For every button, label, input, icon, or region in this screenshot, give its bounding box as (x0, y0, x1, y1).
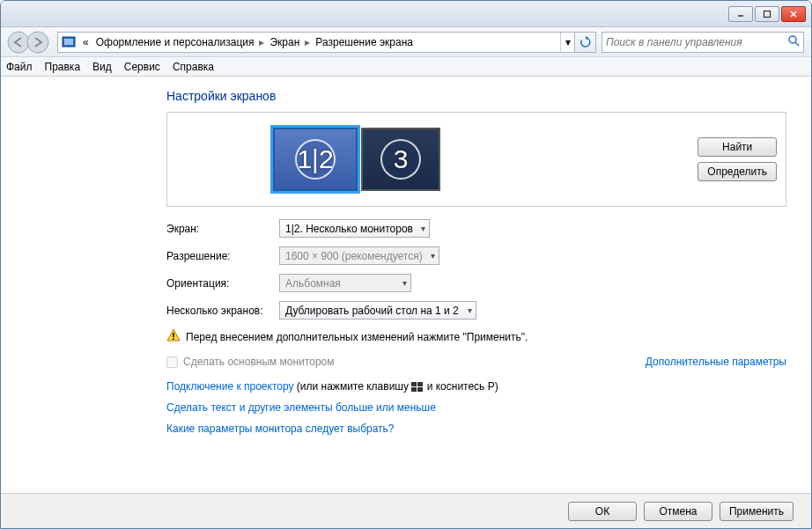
minimize-button[interactable] (728, 6, 753, 22)
monitor-label: 1|2 (297, 144, 333, 174)
control-panel-icon (62, 35, 76, 49)
breadcrumb-item[interactable]: Разрешение экрана (312, 36, 417, 48)
resolution-select[interactable]: 1600 × 900 (рекомендуется) (279, 246, 439, 265)
search-icon[interactable] (787, 34, 800, 49)
nav-back-forward[interactable] (6, 30, 52, 55)
svg-point-5 (27, 32, 48, 53)
text-size-link[interactable]: Сделать текст и другие элементы больше и… (166, 401, 436, 414)
svg-point-11 (173, 338, 174, 340)
svg-point-8 (789, 36, 796, 43)
windows-key-icon (411, 382, 424, 393)
monitor-label: 3 (394, 144, 409, 174)
svg-point-4 (8, 32, 29, 53)
chevron-right-icon: ▸ (303, 36, 312, 48)
multi-display-label: Несколько экранов: (166, 305, 279, 317)
monitor-1-2[interactable]: 1|2 (273, 128, 358, 191)
breadcrumb-dropdown[interactable]: ▾ (560, 33, 574, 52)
menu-help[interactable]: Справка (173, 61, 214, 73)
resolution-label: Разрешение: (166, 250, 279, 262)
content-area: Настройки экранов 1|2 3 Найти Определить (1, 77, 811, 452)
advanced-settings-link[interactable]: Дополнительные параметры (646, 356, 786, 368)
maximize-button[interactable] (755, 6, 779, 22)
svg-rect-15 (417, 387, 423, 392)
svg-rect-1 (764, 11, 771, 17)
page-title: Настройки экранов (166, 89, 786, 103)
monitor-3[interactable]: 3 (361, 128, 440, 191)
svg-rect-14 (411, 387, 417, 392)
warning-icon (166, 328, 181, 345)
make-primary-checkbox: Сделать основным монитором (166, 356, 335, 368)
refresh-button[interactable] (575, 32, 596, 53)
detect-button[interactable]: Определить (698, 162, 777, 181)
multi-display-select[interactable]: Дублировать рабочий стол на 1 и 2 (279, 301, 476, 320)
breadcrumb-item[interactable]: Оформление и персонализация (92, 36, 258, 48)
menu-edit[interactable]: Правка (45, 61, 81, 73)
svg-rect-13 (417, 382, 423, 386)
find-button[interactable]: Найти (698, 137, 777, 157)
menu-file[interactable]: Файл (6, 61, 33, 73)
display-preview-panel: 1|2 3 Найти Определить (166, 112, 786, 207)
svg-line-9 (795, 42, 799, 46)
projector-link[interactable]: Подключение к проектору (166, 380, 294, 393)
which-monitor-link[interactable]: Какие параметры монитора следует выбрать… (166, 422, 395, 435)
ok-button[interactable]: ОК (568, 502, 637, 521)
make-primary-input (166, 356, 178, 368)
menu-view[interactable]: Вид (92, 61, 112, 73)
window-titlebar (1, 1, 811, 27)
dialog-footer: ОК Отмена Применить (1, 493, 811, 528)
apply-button[interactable]: Применить (720, 502, 794, 521)
warning-text: Перед внесением дополнительных изменений… (186, 331, 528, 343)
search-input[interactable] (606, 36, 787, 48)
search-box[interactable] (602, 32, 804, 53)
breadcrumb[interactable]: « Оформление и персонализация ▸ Экран ▸ … (57, 32, 575, 53)
orientation-label: Ориентация: (166, 277, 279, 290)
display-select[interactable]: 1|2. Несколько мониторов (279, 219, 430, 238)
chevron-right-icon: ▸ (257, 36, 266, 48)
explorer-navbar: « Оформление и персонализация ▸ Экран ▸ … (1, 27, 811, 57)
display-label: Экран: (166, 223, 279, 235)
menu-tools[interactable]: Сервис (124, 61, 160, 73)
svg-rect-12 (411, 382, 417, 386)
breadcrumb-item[interactable]: Экран (266, 36, 303, 48)
menu-bar: Файл Правка Вид Сервис Справка (1, 57, 811, 77)
close-button[interactable] (781, 6, 806, 22)
cancel-button[interactable]: Отмена (644, 502, 712, 521)
breadcrumb-prefix: « (79, 36, 92, 48)
orientation-select[interactable]: Альбомная (279, 274, 411, 292)
svg-rect-7 (64, 39, 73, 45)
